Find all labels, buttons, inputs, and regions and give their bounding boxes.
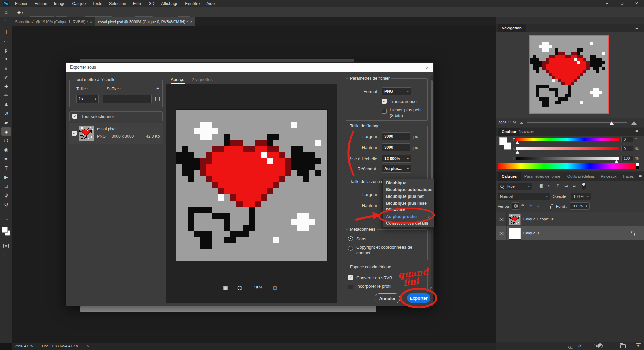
menu-item-au-plus-proche[interactable]: Au plus proche ✓ (383, 213, 434, 220)
delete-scale-icon[interactable] (155, 97, 160, 101)
saturation-value-input[interactable]: 0 (621, 146, 633, 151)
smaller-file-checkbox[interactable] (382, 109, 387, 114)
panel-menu-icon[interactable]: ≡ (635, 25, 638, 30)
spectrum-black-swatch[interactable] (636, 166, 639, 169)
menu-item-bicubique[interactable]: Bicubique (383, 180, 434, 186)
move-tool[interactable]: ✛ (1, 28, 11, 36)
lightness-value-input[interactable]: 100 (621, 156, 633, 161)
blend-mode-dropdown[interactable]: Normal▾ (498, 193, 550, 200)
crop-tool[interactable]: # (1, 64, 11, 72)
preview-canvas[interactable] (176, 110, 327, 261)
quick-mask-icon[interactable] (3, 244, 9, 248)
menu-texte[interactable]: Texte (89, 1, 106, 6)
pen-tool[interactable]: ✒ (1, 155, 11, 163)
tab-calques[interactable]: Calques (498, 172, 521, 181)
fill-dropdown[interactable]: 100 %▾ (570, 202, 590, 210)
brush-tool[interactable]: ✏ (1, 91, 11, 99)
home-icon[interactable]: ⌂ (5, 9, 8, 15)
preview-pane[interactable]: ▣ ⊖ 15% ⊕ (166, 84, 337, 303)
hue-slider[interactable] (516, 138, 619, 141)
metadata-copyright-radio[interactable] (348, 246, 353, 251)
tab-apercu[interactable]: Aperçu (171, 77, 184, 82)
toolbar-more-icon[interactable]: … (4, 216, 8, 221)
filter-smart-object-icon[interactable]: ▱ (573, 183, 576, 188)
layer-thumbnail[interactable] (509, 214, 521, 225)
foreground-color-swatch[interactable] (2, 227, 7, 232)
lightness-slider[interactable] (516, 157, 619, 160)
filter-adjustment-layers-icon[interactable]: ◐ (548, 183, 550, 188)
hue-slider-thumb[interactable] (515, 141, 519, 144)
new-group-icon[interactable] (620, 344, 626, 348)
navigation-zoom-slider[interactable] (527, 122, 627, 123)
foreground-color-swatch[interactable] (500, 138, 507, 145)
preview-compare-icon[interactable]: ▣ (223, 285, 228, 291)
scale-size-dropdown[interactable]: 1x▾ (76, 95, 99, 103)
export-file-row[interactable]: essai pixel PNG 3000 x 3000 42,3 Ko (69, 123, 163, 144)
healing-tool[interactable]: ✚ (1, 82, 11, 90)
preview-zoom-value[interactable]: 15% (254, 285, 262, 290)
menu-calque[interactable]: Calque (69, 1, 89, 6)
new-layer-icon[interactable] (636, 343, 641, 348)
menu-fichier[interactable]: Fichier (12, 1, 31, 6)
dodge-tool[interactable]: ◉ (1, 145, 11, 154)
adjustment-layer-icon[interactable] (598, 343, 603, 348)
window-close-button[interactable]: × (629, 0, 644, 7)
menu-item-bicubique-automatique[interactable]: Bicubique automatique (383, 186, 434, 193)
menu-filtre[interactable]: Filtre (129, 1, 146, 6)
tab-navigation[interactable]: Navigation (498, 24, 526, 32)
path-selection-tool[interactable]: ▶ (1, 173, 11, 181)
tab-nuancier[interactable]: Nuancier (519, 129, 534, 133)
layer-filter-toggle[interactable] (582, 182, 586, 190)
link-layers-icon[interactable] (568, 346, 574, 349)
lasso-tool[interactable]: ρ (1, 46, 11, 54)
scroll-down-icon[interactable]: ˅ (430, 286, 432, 291)
layer-row-selected[interactable]: Calque 0 (496, 226, 644, 240)
saturation-slider-thumb[interactable] (515, 150, 519, 154)
lock-pixels-icon[interactable]: ✏ (521, 203, 525, 208)
tab-2-vignettes[interactable]: 2 vignettes (192, 77, 213, 82)
layer-effects-icon[interactable]: fx (578, 343, 581, 348)
screen-mode-icon[interactable]: □ (4, 251, 6, 256)
layer-name[interactable]: Calque 1 copie 10 (523, 217, 554, 221)
window-maximize-button[interactable]: ▢ (614, 0, 629, 7)
layer-filter-dropdown[interactable]: Type▾ (498, 183, 532, 190)
tab-outils-predefinis[interactable]: Outils prédéfinis (564, 174, 598, 178)
eyedropper-tool[interactable]: ✐ (1, 73, 11, 81)
blur-tool[interactable]: ❍ (1, 136, 11, 145)
layer-thumbnail[interactable] (509, 228, 521, 239)
menu-item-bicubique-plus-lisse[interactable]: Bicubique plus lisse (383, 200, 434, 207)
panel-menu-icon[interactable]: ≡ (635, 129, 638, 134)
clone-stamp-tool[interactable]: ♟ (1, 100, 11, 108)
spectrum-white-swatch[interactable] (636, 163, 639, 166)
opacity-dropdown[interactable]: 100 %▾ (571, 193, 591, 200)
paint-bucket-tool[interactable]: ◈ (1, 127, 11, 136)
zoom-in-mound-icon[interactable] (631, 121, 637, 125)
filter-shape-layers-icon[interactable]: ▭ (564, 183, 568, 188)
height-input[interactable]: 3000 (382, 143, 410, 151)
cancel-button[interactable]: Annuler (375, 293, 400, 303)
layer-name[interactable]: Calque 0 (523, 231, 539, 235)
toolbar-collapse-icon[interactable]: » (4, 18, 6, 23)
metadata-none-radio[interactable] (348, 236, 353, 241)
width-input[interactable]: 3000 (382, 132, 410, 140)
saturation-slider[interactable] (516, 147, 619, 150)
zoom-in-icon[interactable]: ⊕ (272, 284, 278, 292)
lock-all-icon[interactable] (550, 206, 554, 209)
document-tab-inactive[interactable]: Sans titre-1 @ 1910% (Calque 1, RVB/8) *… (12, 17, 95, 26)
lock-artboard-icon[interactable]: # (537, 203, 540, 208)
select-all-checkbox[interactable] (72, 114, 77, 119)
hue-value-input[interactable]: 0 (621, 137, 633, 142)
menu-affichage[interactable]: Affichage (158, 1, 182, 6)
menu-3d[interactable]: 3D (146, 1, 158, 6)
export-button[interactable]: Exporter (407, 293, 430, 303)
layer-visibility-icon[interactable] (499, 231, 504, 236)
file-checkbox[interactable] (72, 131, 77, 136)
lock-position-icon[interactable]: ✛ (529, 203, 533, 208)
tab-close-icon[interactable]: × (190, 19, 192, 24)
shape-tool[interactable]: □ (1, 182, 11, 190)
window-minimize-button[interactable]: – (600, 0, 614, 7)
tab-close-icon[interactable]: × (90, 19, 92, 24)
type-tool[interactable]: T (1, 164, 11, 172)
magic-wand-tool[interactable]: ✦ (1, 55, 11, 63)
lock-transparency-icon[interactable] (512, 202, 519, 210)
